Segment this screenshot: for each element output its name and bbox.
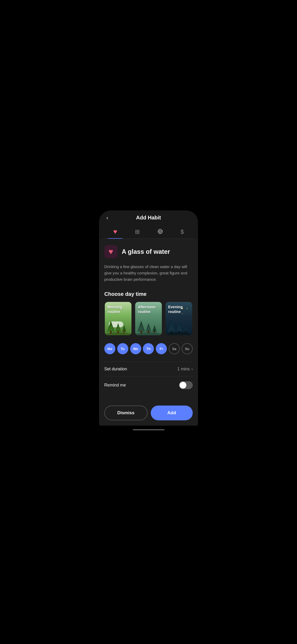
main-content: ♥ A glass of water Drinking a few glasse… xyxy=(99,239,198,400)
page-title: Add Habit xyxy=(136,215,161,221)
day-monday-label: Mo xyxy=(107,347,112,351)
day-tuesday-label: Tu xyxy=(121,347,125,351)
bottom-buttons: Dismiss Add xyxy=(99,400,198,426)
day-monday[interactable]: Mo xyxy=(104,343,115,354)
tab-finance[interactable]: $ xyxy=(175,225,189,238)
evening-label: Eveningroutine xyxy=(168,305,182,314)
day-friday-label: Fr xyxy=(160,347,163,351)
tab-fitness[interactable]: ⊞ xyxy=(130,225,145,238)
day-sunday-label: Su xyxy=(185,347,190,351)
heart-icon: ♥ xyxy=(113,228,117,236)
day-thursday[interactable]: Th xyxy=(143,343,154,354)
mind-icon: ⓯ xyxy=(158,229,163,235)
evening-card[interactable]: Eveningroutine xyxy=(165,301,193,336)
day-sunday[interactable]: Su xyxy=(182,343,193,354)
habit-heart-icon: ♥ xyxy=(109,247,113,256)
svg-rect-15 xyxy=(148,331,149,333)
toggle-thumb xyxy=(180,382,186,389)
svg-rect-21 xyxy=(171,331,172,334)
duration-label: Set duration xyxy=(104,367,127,371)
back-icon: ‹ xyxy=(106,215,108,220)
reminder-label: Remind me xyxy=(104,383,126,388)
reminder-row: Remind me xyxy=(104,376,193,394)
add-button[interactable]: Add xyxy=(151,406,193,420)
afternoon-card[interactable]: Afternoonroutine xyxy=(135,301,162,336)
svg-rect-17 xyxy=(154,331,155,333)
morning-card[interactable]: Morningroutine xyxy=(104,301,132,336)
svg-rect-6 xyxy=(117,331,119,333)
habit-title: A glass of water xyxy=(122,248,170,255)
habit-icon-container: ♥ xyxy=(104,245,117,258)
tab-mind[interactable]: ⓯ xyxy=(152,225,168,238)
day-thursday-label: Th xyxy=(147,347,151,351)
svg-marker-16 xyxy=(152,325,157,332)
morning-bg: Morningroutine xyxy=(105,302,131,335)
day-saturday[interactable]: Sa xyxy=(169,343,180,354)
tab-row: ♥ ⊞ ⓯ $ xyxy=(104,225,193,239)
tab-health[interactable]: ♥ xyxy=(108,225,122,238)
svg-marker-25 xyxy=(184,325,188,332)
svg-marker-7 xyxy=(122,325,126,332)
day-saturday-label: Sa xyxy=(172,347,176,351)
dismiss-button[interactable]: Dismiss xyxy=(104,406,148,420)
morning-label: Morningroutine xyxy=(107,305,122,314)
home-bar xyxy=(133,429,164,430)
day-wednesday-label: We xyxy=(133,347,138,351)
day-tuesday[interactable]: Tu xyxy=(117,343,128,354)
svg-rect-26 xyxy=(185,331,186,333)
top-bar: ‹ Add Habit ♥ ⊞ ⓯ $ xyxy=(99,210,198,239)
chevron-right-icon: › xyxy=(191,367,193,371)
evening-bg: Eveningroutine xyxy=(166,302,192,335)
day-time-title: Choose day time xyxy=(104,291,193,297)
dumbbell-icon: ⊞ xyxy=(135,228,140,235)
duration-row[interactable]: Set duration 1 mins › xyxy=(104,362,193,376)
afternoon-label: Afternoonroutine xyxy=(138,305,155,314)
back-button[interactable]: ‹ xyxy=(104,214,110,222)
dollar-icon: $ xyxy=(181,228,184,235)
svg-rect-3 xyxy=(110,331,112,334)
day-selector: Mo Tu We Th Fr Sa Su xyxy=(104,343,193,354)
svg-rect-12 xyxy=(140,331,142,334)
afternoon-bg: Afternoonroutine xyxy=(135,302,162,335)
duration-value: 1 mins xyxy=(177,367,190,371)
duration-value-container: 1 mins › xyxy=(177,367,193,371)
day-wednesday[interactable]: We xyxy=(130,343,141,354)
svg-rect-24 xyxy=(179,331,180,333)
day-friday[interactable]: Fr xyxy=(156,343,167,354)
day-time-section: Choose day time Morningroutine xyxy=(104,291,193,336)
home-indicator xyxy=(99,426,198,434)
habit-header: ♥ A glass of water xyxy=(104,245,193,258)
habit-description: Drinking a few glasses of clean water a … xyxy=(104,264,193,283)
svg-rect-8 xyxy=(124,331,125,333)
phone-frame: ‹ Add Habit ♥ ⊞ ⓯ $ ♥ A glass of w xyxy=(99,210,198,434)
daytime-cards: Morningroutine xyxy=(104,301,193,336)
header-row: ‹ Add Habit xyxy=(104,215,193,225)
reminder-toggle[interactable] xyxy=(179,381,193,389)
